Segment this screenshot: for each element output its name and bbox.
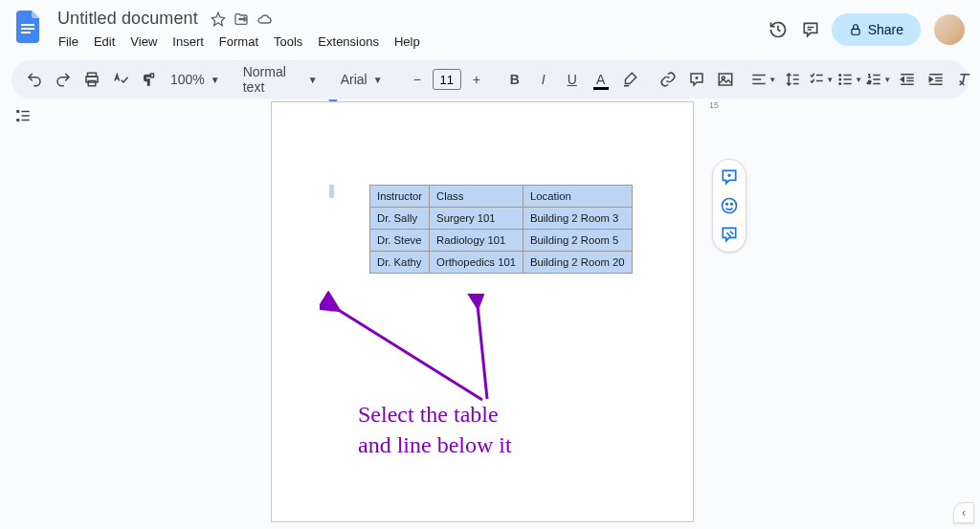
toolbar: 100%▼ Normal text▼ Arial▼ − + B I U A ▼ … — [11, 60, 969, 99]
menu-format[interactable]: Format — [212, 31, 265, 53]
side-panel-toggle[interactable]: ‹ — [953, 502, 974, 523]
checklist-button[interactable]: ▼ — [808, 66, 835, 93]
svg-rect-7 — [719, 74, 732, 85]
user-avatar[interactable] — [934, 14, 965, 45]
annotation-arrow-right — [458, 294, 516, 408]
svg-line-23 — [337, 309, 482, 400]
table-row[interactable]: Dr. SteveRadiology 101Building 2 Room 5 — [370, 230, 633, 252]
star-icon[interactable] — [210, 11, 227, 28]
svg-rect-11 — [753, 83, 767, 85]
font-size-input[interactable] — [433, 69, 461, 90]
menu-edit[interactable]: Edit — [87, 31, 122, 53]
svg-line-24 — [478, 305, 487, 399]
zoom-select[interactable]: 100%▼ — [165, 72, 226, 87]
table-cell[interactable]: Radiology 101 — [430, 230, 523, 252]
menu-extensions[interactable]: Extensions — [311, 31, 386, 53]
document-canvas[interactable]: InstructorClassLocationDr. SallySurgery … — [48, 101, 980, 529]
spellcheck-button[interactable] — [107, 66, 134, 93]
increase-indent-button[interactable] — [923, 66, 949, 93]
italic-button[interactable]: I — [530, 66, 557, 93]
font-select[interactable]: Arial▼ — [335, 72, 392, 87]
paint-format-button[interactable] — [136, 66, 163, 93]
bold-button[interactable]: B — [501, 66, 528, 93]
highlight-button[interactable] — [616, 66, 643, 93]
align-button[interactable]: ▼ — [750, 66, 777, 93]
svg-rect-15 — [844, 75, 852, 77]
menu-insert[interactable]: Insert — [166, 31, 211, 53]
redo-button[interactable] — [50, 66, 77, 93]
insert-image-button[interactable] — [712, 66, 739, 93]
annotation-arrow-left — [320, 290, 511, 414]
menu-help[interactable]: Help — [388, 31, 427, 53]
table-header-cell[interactable]: Location — [523, 186, 633, 208]
share-button[interactable]: Share — [832, 13, 921, 46]
menu-bar: File Edit View Insert Format Tools Exten… — [50, 30, 767, 53]
line-spacing-button[interactable] — [779, 66, 806, 93]
history-icon[interactable] — [767, 18, 790, 41]
header-actions: Share — [767, 8, 969, 46]
decrease-indent-button[interactable] — [894, 66, 921, 93]
table-header-cell[interactable]: Class — [430, 186, 523, 208]
numbered-list-button[interactable]: ▼ — [865, 66, 892, 93]
content-table[interactable]: InstructorClassLocationDr. SallySurgery … — [369, 185, 633, 274]
text-color-button[interactable]: A — [588, 66, 614, 93]
svg-rect-16 — [844, 78, 852, 80]
document-title[interactable]: Untitled document — [52, 8, 204, 30]
lock-icon — [849, 23, 862, 36]
comments-icon[interactable] — [799, 18, 822, 41]
table-header-cell[interactable]: Instructor — [370, 186, 430, 208]
bulleted-list-button[interactable]: ▼ — [836, 66, 863, 93]
font-size-control: − + — [404, 66, 490, 93]
share-label: Share — [868, 22, 903, 37]
svg-point-26 — [726, 204, 728, 206]
add-reaction-pill-button[interactable] — [718, 194, 741, 217]
table-cell[interactable]: Dr. Kathy — [370, 252, 430, 274]
svg-rect-0 — [21, 24, 34, 26]
svg-rect-2 — [21, 32, 31, 33]
menu-file[interactable]: File — [52, 31, 85, 53]
undo-button[interactable] — [21, 66, 48, 93]
svg-rect-3 — [852, 29, 859, 34]
table-cell[interactable]: Building 2 Room 5 — [523, 230, 633, 252]
suggest-edits-pill-button[interactable] — [718, 223, 741, 246]
svg-rect-10 — [753, 78, 762, 80]
font-size-decrease[interactable]: − — [404, 66, 431, 93]
table-cell[interactable]: Dr. Sally — [370, 208, 430, 230]
insert-link-button[interactable] — [655, 66, 681, 93]
app-header: Untitled document File Edit View Insert … — [0, 0, 980, 53]
workspace: InstructorClassLocationDr. SallySurgery … — [0, 101, 980, 529]
add-comment-button[interactable] — [683, 66, 710, 93]
title-area: Untitled document File Edit View Insert … — [50, 8, 767, 53]
add-comment-pill-button[interactable] — [718, 165, 741, 188]
svg-point-25 — [723, 199, 737, 213]
annotation-text: Select the table and line below it — [358, 399, 512, 461]
selection-marker-top — [329, 185, 334, 198]
clear-formatting-button[interactable] — [951, 66, 978, 93]
table-row[interactable]: Dr. SallySurgery 101Building 2 Room 3 — [370, 208, 633, 230]
font-size-increase[interactable]: + — [463, 66, 490, 93]
svg-rect-1 — [21, 28, 34, 30]
svg-rect-9 — [753, 75, 767, 77]
table-cell[interactable]: Building 2 Room 3 — [523, 208, 633, 230]
table-cell[interactable]: Dr. Steve — [370, 230, 430, 252]
style-select[interactable]: Normal text▼ — [237, 64, 323, 95]
print-button[interactable] — [78, 66, 105, 93]
svg-point-27 — [731, 204, 733, 206]
menu-view[interactable]: View — [123, 31, 164, 53]
svg-rect-19 — [16, 119, 19, 121]
svg-point-12 — [839, 74, 842, 77]
svg-rect-17 — [844, 83, 852, 85]
svg-point-14 — [839, 82, 842, 85]
table-cell[interactable]: Surgery 101 — [430, 208, 523, 230]
outline-icon[interactable] — [14, 107, 33, 126]
chevron-down-icon: ▼ — [883, 76, 891, 84]
docs-logo[interactable] — [11, 10, 46, 44]
cloud-status-icon[interactable] — [256, 11, 273, 28]
table-row[interactable]: Dr. KathyOrthopedics 101Building 2 Room … — [370, 252, 633, 274]
move-icon[interactable] — [233, 11, 250, 28]
table-cell[interactable]: Building 2 Room 20 — [523, 252, 633, 274]
menu-tools[interactable]: Tools — [267, 31, 309, 53]
underline-button[interactable]: U — [559, 66, 586, 93]
table-cell[interactable]: Orthopedics 101 — [430, 252, 523, 274]
chevron-down-icon: ▼ — [211, 75, 220, 85]
